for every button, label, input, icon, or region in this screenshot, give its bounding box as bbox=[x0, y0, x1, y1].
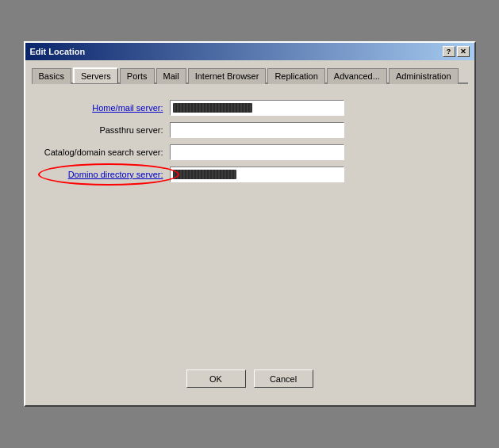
tab-ports[interactable]: Ports bbox=[120, 68, 155, 84]
tab-strip: Basics Servers Ports Mail Internet Brows… bbox=[32, 67, 468, 84]
tab-mail[interactable]: Mail bbox=[156, 68, 186, 84]
tab-administration[interactable]: Administration bbox=[389, 68, 459, 84]
title-bar-controls: ? ✕ bbox=[443, 46, 470, 57]
home-mail-server-value bbox=[173, 103, 252, 113]
title-bar: Edit Location ? ✕ bbox=[25, 43, 474, 60]
ok-button[interactable]: OK bbox=[186, 370, 246, 388]
tab-internet-browser[interactable]: Internet Browser bbox=[188, 68, 267, 84]
tab-advanced[interactable]: Advanced... bbox=[327, 68, 387, 84]
catalog-domain-label: Catalog/domain search server: bbox=[43, 147, 170, 157]
tab-basics[interactable]: Basics bbox=[32, 68, 71, 84]
close-button[interactable]: ✕ bbox=[457, 46, 470, 57]
home-mail-server-input[interactable] bbox=[170, 100, 344, 116]
home-mail-server-row: Home/mail server: bbox=[43, 100, 457, 116]
tab-servers[interactable]: Servers bbox=[73, 67, 118, 83]
catalog-domain-row: Catalog/domain search server: bbox=[43, 144, 457, 160]
passthru-server-row: Passthru server: bbox=[43, 122, 457, 138]
dialog-footer: OK Cancel bbox=[32, 362, 468, 399]
cancel-button[interactable]: Cancel bbox=[254, 370, 313, 388]
domino-directory-label[interactable]: Domino directory server: bbox=[43, 170, 170, 179]
domino-directory-row: Domino directory server: bbox=[43, 167, 457, 182]
dialog-title: Edit Location bbox=[30, 47, 86, 56]
dialog-content: Basics Servers Ports Mail Internet Brows… bbox=[25, 60, 474, 405]
tab-replication[interactable]: Replication bbox=[267, 68, 324, 84]
passthru-server-input[interactable] bbox=[170, 122, 344, 138]
home-mail-server-label[interactable]: Home/mail server: bbox=[43, 103, 170, 113]
form-area: Home/mail server: Passthru server: Catal… bbox=[32, 92, 468, 362]
passthru-server-label: Passthru server: bbox=[43, 125, 170, 135]
help-button[interactable]: ? bbox=[443, 46, 455, 57]
domino-directory-value bbox=[173, 170, 236, 179]
catalog-domain-input[interactable] bbox=[170, 144, 344, 160]
edit-location-dialog: Edit Location ? ✕ Basics Servers Ports M… bbox=[24, 41, 476, 407]
domino-directory-input[interactable] bbox=[170, 167, 344, 182]
